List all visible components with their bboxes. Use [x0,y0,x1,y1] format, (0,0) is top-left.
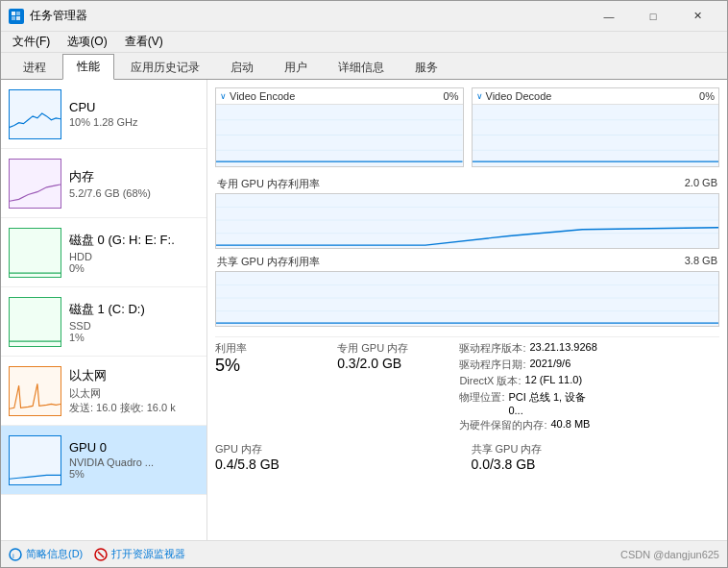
svg-rect-1 [16,12,20,15]
cpu-title: CPU [69,100,199,114]
ethernet-title: 以太网 [69,367,199,384]
video-decode-label-group: ∨ Video Decode [476,90,552,102]
svg-rect-10 [216,105,463,166]
svg-rect-9 [10,436,61,484]
window-title: 任务管理器 [30,8,587,24]
video-decode-chart [473,104,719,166]
window-controls: — □ ✕ [587,1,719,32]
driver-info: 驱动程序版本: 23.21.13.9268 驱动程序日期: 2021/9/6 D… [459,341,596,434]
menu-file[interactable]: 文件(F) [5,32,58,52]
summary-link[interactable]: i 简略信息(D) [9,547,83,561]
shared-gpu-mem-value: 0.0/3.8 GB [472,457,720,472]
svg-rect-3 [16,16,20,20]
dedicated-memory-label: 专用 GPU 内存利用率 [217,177,320,191]
video-encode-header: ∨ Video Encode 0% [216,88,463,104]
dedicated-memory-chart [215,193,719,249]
main-content: CPU 10% 1.28 GHz 内存 5.2/7.6 GB (68%) [1,80,727,540]
shared-memory-header: 共享 GPU 内存利用率 3.8 GB [215,253,719,271]
menu-view[interactable]: 查看(V) [117,32,171,52]
tab-users[interactable]: 用户 [270,55,322,80]
utilization-label: 利用率 [215,341,329,356]
svg-rect-6 [10,229,61,277]
hw-reserved-value: 40.8 MB [550,418,590,432]
sidebar-item-gpu0[interactable]: GPU 0 NVIDIA Quadro ... 5% [1,426,206,495]
directx-label: DirectX 版本: [459,374,521,388]
video-encode-box: ∨ Video Encode 0% [215,87,464,167]
gpu-mem-stat: GPU 内存 0.4/5.8 GB [215,442,464,472]
video-decode-header: ∨ Video Decode 0% [473,88,719,104]
summary-icon: i [9,548,22,561]
hw-reserved-row: 为硬件保留的内存: 40.8 MB [459,418,596,432]
svg-rect-7 [10,298,61,346]
title-bar: 任务管理器 — □ ✕ [1,1,727,32]
cpu-value: 10% 1.28 GHz [69,116,199,128]
bottom-bar: i 简略信息(D) 打开资源监视器 CSDN @dangjun625 [1,540,727,567]
gpu-detail-panel: ∨ Video Encode 0% [207,80,727,540]
cpu-mini-chart [9,89,61,139]
disk1-subtitle: SSD [69,320,199,332]
tab-details[interactable]: 详细信息 [324,55,399,80]
physical-loc-value: PCI 总线 1, 设备 0... [508,390,596,416]
driver-version-label: 驱动程序版本: [459,341,525,356]
resource-monitor-link[interactable]: 打开资源监视器 [94,547,185,561]
memory-title: 内存 [69,168,199,185]
svg-rect-5 [10,160,61,208]
gpu0-info: GPU 0 NVIDIA Quadro ... 5% [69,440,199,480]
driver-date-value: 2021/9/6 [529,358,570,372]
gpu0-mini-chart [9,435,61,485]
disk0-mini-chart [9,228,61,278]
disk0-info: 磁盘 0 (G: H: E: F:. HDD 0% [69,232,199,274]
watermark: CSDN @dangjun625 [620,549,719,560]
sidebar-item-disk0[interactable]: 磁盘 0 (G: H: E: F:. HDD 0% [1,218,206,287]
gpu-mem-value: 0.4/5.8 GB [215,457,464,472]
sidebar-item-ethernet[interactable]: 以太网 以太网 发送: 16.0 接收: 16.0 k [1,357,206,426]
utilization-stat: 利用率 5% [215,341,329,434]
disk1-value: 1% [69,332,199,343]
physical-loc-label: 物理位置: [459,390,504,416]
sidebar-item-memory[interactable]: 内存 5.2/7.6 GB (68%) [1,149,206,218]
ethernet-subtitle: 以太网 [69,386,199,401]
video-encode-chart [216,104,463,166]
dedicated-gpu-mem-stat: 专用 GPU 内存 0.3/2.0 GB [337,341,451,434]
svg-line-29 [98,552,104,557]
video-decode-box: ∨ Video Decode 0% [472,87,720,167]
maximize-button[interactable]: □ [631,1,675,32]
shared-memory-capacity: 3.8 GB [685,255,717,269]
tabs-bar: 进程 性能 应用历史记录 启动 用户 详细信息 服务 [1,53,727,80]
tab-process[interactable]: 进程 [9,55,61,80]
minimize-button[interactable]: — [587,1,631,32]
app-icon [9,9,24,24]
svg-rect-14 [473,105,719,166]
tab-performance[interactable]: 性能 [62,54,114,80]
directx-row: DirectX 版本: 12 (FL 11.0) [459,374,596,388]
svg-point-26 [10,549,21,560]
tab-startup[interactable]: 启动 [216,55,268,80]
menu-options[interactable]: 选项(O) [60,32,114,52]
disk1-title: 磁盘 1 (C: D:) [69,301,199,318]
video-decode-value: 0% [699,90,715,102]
sidebar-item-disk1[interactable]: 磁盘 1 (C: D:) SSD 1% [1,287,206,357]
memory-mini-chart [9,159,61,209]
disk1-info: 磁盘 1 (C: D:) SSD 1% [69,301,199,343]
video-encode-value: 0% [444,90,459,102]
svg-rect-4 [10,90,61,138]
driver-version-row: 驱动程序版本: 23.21.13.9268 [459,341,596,356]
memory-info: 内存 5.2/7.6 GB (68%) [69,168,199,199]
resource-monitor-icon [94,548,108,561]
tab-app-history[interactable]: 应用历史记录 [116,55,214,80]
dedicated-gpu-mem-label: 专用 GPU 内存 [337,341,451,356]
directx-value: 12 (FL 11.0) [525,374,583,388]
svg-text:i: i [12,552,14,560]
shared-memory-label: 共享 GPU 内存利用率 [217,255,320,269]
dedicated-memory-section: 专用 GPU 内存利用率 2.0 GB [215,175,719,249]
empty-col [605,341,719,434]
sidebar: CPU 10% 1.28 GHz 内存 5.2/7.6 GB (68%) [1,80,207,540]
close-button[interactable]: ✕ [675,1,719,32]
video-charts-row: ∨ Video Encode 0% [215,87,719,167]
tab-services[interactable]: 服务 [400,55,452,80]
bottom-left-actions: i 简略信息(D) 打开资源监视器 [9,547,185,561]
svg-rect-22 [216,272,718,326]
sidebar-item-cpu[interactable]: CPU 10% 1.28 GHz [1,80,206,149]
gpu-mem-label: GPU 内存 [215,442,464,457]
driver-version-value: 23.21.13.9268 [529,341,596,356]
